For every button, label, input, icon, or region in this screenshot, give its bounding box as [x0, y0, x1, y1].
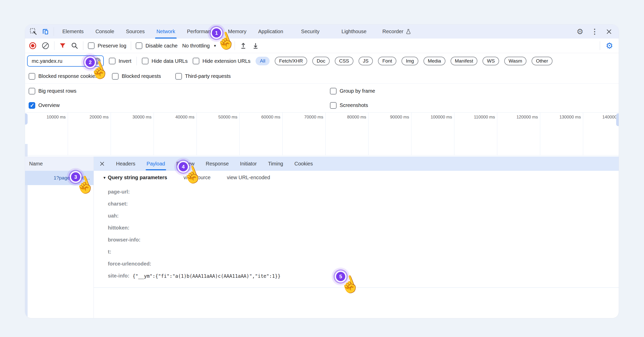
section-title[interactable]: Query string parameters: [103, 175, 167, 180]
tab-security[interactable]: Security: [295, 25, 325, 39]
divider: [54, 41, 54, 50]
timeline-tick: 40000 ms: [154, 113, 197, 155]
param-row: page-url:: [108, 186, 614, 198]
filter-text-field[interactable]: [31, 58, 92, 64]
timeline-tick: 20000 ms: [68, 113, 111, 155]
param-row: t:: [108, 246, 614, 258]
blocked-requests-checkbox[interactable]: Blocked requests: [112, 73, 161, 80]
big-request-rows-checkbox[interactable]: Big request rows: [29, 88, 76, 94]
search-icon[interactable]: [71, 42, 78, 50]
network-toolbar: Preserve log Disable cache No throttling: [25, 39, 619, 53]
details-tab-initiator[interactable]: Initiator: [240, 161, 257, 167]
timeline-tick: 80000 ms: [326, 113, 369, 155]
tab-recorder[interactable]: Recorder: [376, 25, 417, 39]
divider: [600, 41, 600, 50]
options-row-1: Big request rows Group by frame: [25, 84, 619, 98]
main-tab-bar: Elements Console Sources Network Perform…: [25, 25, 619, 39]
filter-pill-all[interactable]: All: [256, 57, 270, 65]
divider: [131, 41, 131, 50]
timeline-tick: 130000 ms: [540, 113, 583, 155]
filter-pill-fetch-xhr[interactable]: Fetch/XHR: [275, 57, 307, 65]
devtools-settings-gear-icon[interactable]: [606, 41, 613, 51]
details-tab-timing[interactable]: Timing: [268, 161, 283, 167]
timeline-tick: 10000 ms: [25, 113, 68, 155]
timeline-tick: 110000 ms: [454, 113, 497, 155]
timeline-tick: 60000 ms: [240, 113, 283, 155]
tab-lighthouse[interactable]: Lighthouse: [336, 25, 372, 39]
param-row-site-info: site-info: {"__ym":{"fi":"a(1)b(AAA11aAA…: [108, 270, 614, 282]
overview-checkbox[interactable]: Overview: [29, 102, 60, 109]
details-tab-response[interactable]: Response: [206, 161, 229, 167]
param-row: hittoken:: [108, 222, 614, 234]
tab-elements[interactable]: Elements: [56, 25, 89, 39]
filter-pill-manifest[interactable]: Manifest: [451, 57, 478, 65]
disable-cache-checkbox[interactable]: Disable cache: [136, 42, 178, 49]
timeline-tick: 30000 ms: [111, 113, 154, 155]
filter-pill-media[interactable]: Media: [423, 57, 445, 65]
third-party-requests-checkbox[interactable]: Third-party requests: [175, 73, 231, 80]
blocked-response-cookies-checkbox[interactable]: Blocked response cookies: [29, 73, 98, 80]
payload-params-list: page-url: charset: uah: hittoken: browse…: [108, 186, 614, 282]
divider: [83, 41, 83, 50]
clear-icon[interactable]: [41, 42, 50, 50]
details-tab-cookies[interactable]: Cookies: [294, 161, 313, 167]
network-overview-timeline[interactable]: 10000 ms 20000 ms 30000 ms 40000 ms 5000…: [25, 113, 619, 155]
more-menu-icon[interactable]: [591, 27, 598, 36]
name-column-header[interactable]: Name: [25, 157, 94, 171]
timeline-right-scroll-nub[interactable]: [616, 113, 619, 126]
details-tab-headers[interactable]: Headers: [116, 161, 135, 167]
screenshots-checkbox[interactable]: Screenshots: [330, 102, 368, 109]
flask-icon: [405, 29, 411, 35]
param-row: force-urlencoded:: [108, 258, 614, 270]
tab-network[interactable]: Network: [151, 25, 181, 39]
filter-pill-wasm[interactable]: Wasm: [504, 57, 526, 65]
divider: [136, 57, 137, 65]
filter-row: Invert Hide data URLs Hide extension URL…: [25, 53, 619, 69]
filter-funnel-icon[interactable]: [59, 42, 66, 49]
close-details-icon[interactable]: [99, 161, 105, 166]
options-row-2: Overview Screenshots: [25, 98, 619, 113]
timeline-tick: 50000 ms: [197, 113, 240, 155]
param-row: browser-info:: [108, 234, 614, 246]
view-url-encoded-link[interactable]: view URL-encoded: [227, 175, 270, 180]
hide-extension-urls-checkbox[interactable]: Hide extension URLs: [193, 58, 250, 64]
throttling-dropdown[interactable]: No throttling: [182, 43, 217, 49]
filter-pill-ws[interactable]: WS: [482, 57, 499, 65]
tab-console[interactable]: Console: [89, 25, 120, 39]
devtools-window: Elements Console Sources Network Perform…: [25, 24, 619, 318]
import-har-icon[interactable]: [239, 42, 247, 50]
checkbox[interactable]: [136, 42, 142, 49]
timeline-tick: 120000 ms: [497, 113, 540, 155]
filter-pill-js[interactable]: JS: [359, 57, 373, 65]
param-row: uah:: [108, 210, 614, 222]
record-icon[interactable]: [29, 42, 37, 50]
timeline-tick: 100000 ms: [411, 113, 454, 155]
disclosure-triangle-icon[interactable]: [103, 176, 106, 180]
timeline-tick: 70000 ms: [283, 113, 326, 155]
timeline-tick: 140000 ms: [583, 113, 619, 155]
timeline-left-scroll-nub[interactable]: [25, 113, 28, 125]
hide-data-urls-checkbox[interactable]: Hide data URLs: [142, 58, 188, 64]
inspect-element-icon[interactable]: [30, 28, 37, 35]
invert-checkbox[interactable]: Invert: [109, 58, 131, 64]
filter-pill-img[interactable]: Img: [401, 57, 418, 65]
details-tab-payload[interactable]: Payload: [147, 161, 165, 167]
tabbar-right-controls: [577, 27, 619, 36]
device-toolbar-icon[interactable]: [41, 28, 49, 35]
filter-pill-doc[interactable]: Doc: [312, 57, 330, 65]
filter-pill-other[interactable]: Other: [532, 57, 553, 65]
preserve-log-checkbox[interactable]: Preserve log: [88, 42, 126, 49]
filter-pill-font[interactable]: Font: [378, 57, 396, 65]
tab-sources[interactable]: Sources: [120, 25, 151, 39]
export-har-icon[interactable]: [252, 42, 259, 50]
checkbox[interactable]: [88, 42, 95, 49]
close-icon[interactable]: [606, 29, 612, 35]
details-tab-bar: Headers Payload Preview Response Initiat…: [94, 157, 619, 171]
tab-application[interactable]: Application: [252, 25, 289, 39]
filter-pill-css[interactable]: CSS: [335, 57, 353, 65]
timeline-tick: 90000 ms: [369, 113, 411, 155]
settings-gear-icon[interactable]: [577, 27, 583, 36]
param-row: charset:: [108, 198, 614, 210]
divider: [54, 27, 54, 36]
group-by-frame-checkbox[interactable]: Group by frame: [330, 88, 375, 94]
